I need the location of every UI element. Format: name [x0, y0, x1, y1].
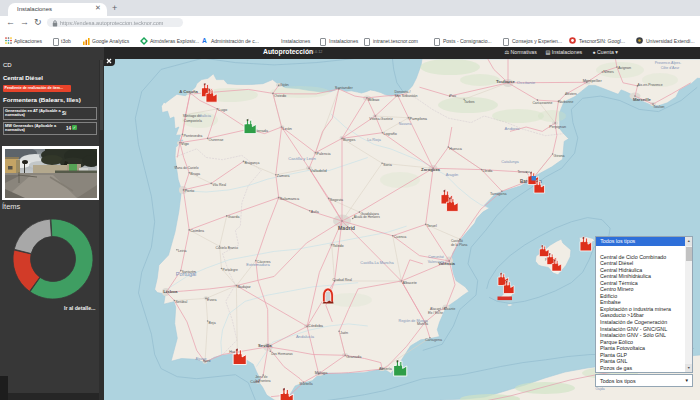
- svg-text:Évora: Évora: [207, 297, 218, 302]
- svg-text:Zaragoza: Zaragoza: [421, 167, 440, 172]
- svg-text:Oviedo: Oviedo: [274, 93, 286, 98]
- svg-text:Bilbao: Bilbao: [368, 97, 380, 102]
- svg-text:Dos Hermanas: Dos Hermanas: [271, 352, 293, 356]
- svg-text:Gijón: Gijón: [280, 82, 289, 87]
- svg-text:Huesca: Huesca: [449, 147, 462, 151]
- svg-text:Madrid: Madrid: [338, 225, 355, 231]
- svg-text:la Frontera: la Frontera: [255, 379, 271, 383]
- svg-text:Montpellier: Montpellier: [583, 78, 603, 83]
- svg-text:Ourense: Ourense: [209, 137, 224, 142]
- svg-text:Viana do Castelo: Viana do Castelo: [174, 166, 198, 170]
- svg-text:Vila Real: Vila Real: [212, 183, 226, 187]
- svg-text:Alcalá de Henares: Alcalá de Henares: [354, 215, 380, 219]
- svg-text:Almería: Almería: [379, 367, 393, 371]
- svg-text:Galicia: Galicia: [199, 113, 212, 118]
- svg-text:Comunitat: Comunitat: [428, 255, 444, 259]
- svg-text:Toledo: Toledo: [333, 244, 344, 248]
- svg-text:Elx / Elche: Elx / Elche: [428, 311, 443, 315]
- svg-text:Región de Murcia: Región de Murcia: [399, 319, 429, 323]
- svg-text:La Rioja: La Rioja: [367, 138, 381, 142]
- svg-text:Bragança: Bragança: [245, 161, 260, 165]
- svg-text:Valladolid: Valladolid: [310, 168, 327, 173]
- svg-text:Córdoba: Córdoba: [308, 323, 324, 328]
- svg-text:Terrassa: Terrassa: [517, 170, 530, 174]
- svg-text:Marbella: Marbella: [300, 382, 313, 386]
- svg-text:Vigo: Vigo: [181, 141, 190, 146]
- svg-text:Tarragona: Tarragona: [490, 192, 508, 196]
- svg-text:Béziers: Béziers: [566, 92, 578, 96]
- svg-text:Ciudad Real: Ciudad Real: [333, 278, 352, 282]
- svg-text:Provence-Alpes-: Provence-Alpes-: [655, 61, 682, 65]
- svg-text:Setúbal: Setúbal: [175, 300, 187, 304]
- svg-text:Portalegre: Portalegre: [223, 268, 238, 272]
- svg-text:Perpignan: Perpignan: [549, 125, 566, 129]
- svg-text:Andorra: Andorra: [505, 126, 521, 131]
- svg-text:Pamplona: Pamplona: [410, 116, 428, 121]
- svg-text:Toulouse: Toulouse: [496, 79, 515, 84]
- svg-text:A Coruña: A Coruña: [179, 89, 198, 94]
- svg-text:Girona: Girona: [554, 154, 566, 158]
- svg-text:San Sebastián: San Sebastián: [395, 94, 418, 98]
- svg-text:Tarbes: Tarbes: [464, 100, 475, 104]
- svg-text:Leiria: Leiria: [178, 249, 187, 253]
- svg-text:Pau: Pau: [450, 94, 457, 98]
- svg-text:Oujda: Oujda: [595, 387, 604, 391]
- svg-text:Portugal: Portugal: [176, 271, 197, 277]
- svg-text:Carcassonne: Carcassonne: [532, 101, 552, 105]
- svg-text:Pontevedra: Pontevedra: [183, 134, 203, 138]
- svg-text:Jaén: Jaén: [340, 331, 348, 335]
- svg-text:Palencia: Palencia: [317, 152, 332, 156]
- svg-text:Zamora: Zamora: [277, 174, 291, 178]
- svg-text:Salamanca: Salamanca: [280, 196, 300, 201]
- svg-text:Navarra: Navarra: [399, 122, 412, 126]
- svg-text:Albacete: Albacete: [402, 281, 416, 285]
- svg-text:Segovia: Segovia: [330, 198, 344, 202]
- svg-text:Cuenca: Cuenca: [394, 235, 408, 239]
- svg-text:Nîmes: Nîmes: [603, 70, 614, 74]
- svg-text:Logroño: Logroño: [383, 132, 397, 136]
- svg-text:Catalunya: Catalunya: [501, 159, 519, 164]
- svg-text:Beja: Beja: [209, 321, 216, 325]
- svg-text:Guarda: Guarda: [228, 215, 240, 219]
- svg-text:León: León: [283, 126, 293, 131]
- svg-text:Algarve: Algarve: [195, 357, 206, 361]
- svg-text:Occitanie: Occitanie: [517, 80, 536, 85]
- svg-text:Marseille: Marseille: [633, 97, 652, 102]
- svg-text:Extremadura: Extremadura: [246, 262, 270, 267]
- svg-text:Teruel: Teruel: [427, 224, 437, 228]
- svg-text:Aragón: Aragón: [446, 172, 459, 177]
- svg-text:Soria: Soria: [383, 163, 393, 167]
- svg-text:Cartagena: Cartagena: [425, 338, 443, 342]
- svg-text:Toulon: Toulon: [653, 104, 664, 109]
- svg-text:Málaga: Málaga: [315, 370, 329, 375]
- svg-text:Braga: Braga: [190, 172, 201, 176]
- svg-text:Compostela: Compostela: [184, 119, 202, 123]
- svg-text:Lleida: Lleida: [483, 169, 494, 173]
- svg-text:Castilla y León: Castilla y León: [288, 156, 316, 161]
- svg-text:Coimbra: Coimbra: [190, 229, 205, 233]
- svg-text:Granada: Granada: [346, 354, 362, 359]
- svg-text:Avignon: Avignon: [618, 66, 631, 70]
- svg-text:de la Plana: de la Plana: [451, 243, 468, 247]
- svg-text:Ávila: Ávila: [311, 210, 320, 214]
- svg-text:Vitoria-Gasteiz: Vitoria-Gasteiz: [369, 117, 393, 121]
- svg-text:Aix-en-Provence: Aix-en-Provence: [638, 83, 663, 87]
- svg-text:Andalucía: Andalucía: [296, 334, 315, 339]
- svg-text:Santander: Santander: [335, 85, 354, 90]
- svg-text:Burgos: Burgos: [343, 137, 355, 142]
- svg-text:Castilla-La Mancha: Castilla-La Mancha: [360, 260, 394, 265]
- svg-text:Narbonne: Narbonne: [558, 100, 573, 104]
- svg-text:Lugo: Lugo: [218, 107, 228, 112]
- svg-text:Porto: Porto: [184, 188, 195, 193]
- svg-text:Valenciana: Valenciana: [428, 260, 445, 264]
- svg-text:Sevilla: Sevilla: [258, 343, 272, 348]
- svg-text:Badajoz: Badajoz: [237, 285, 250, 289]
- svg-text:Castelo Branco: Castelo Branco: [216, 246, 239, 250]
- svg-text:Lisboa: Lisboa: [163, 289, 178, 294]
- svg-text:Côte d'Azur: Côte d'Azur: [661, 66, 680, 70]
